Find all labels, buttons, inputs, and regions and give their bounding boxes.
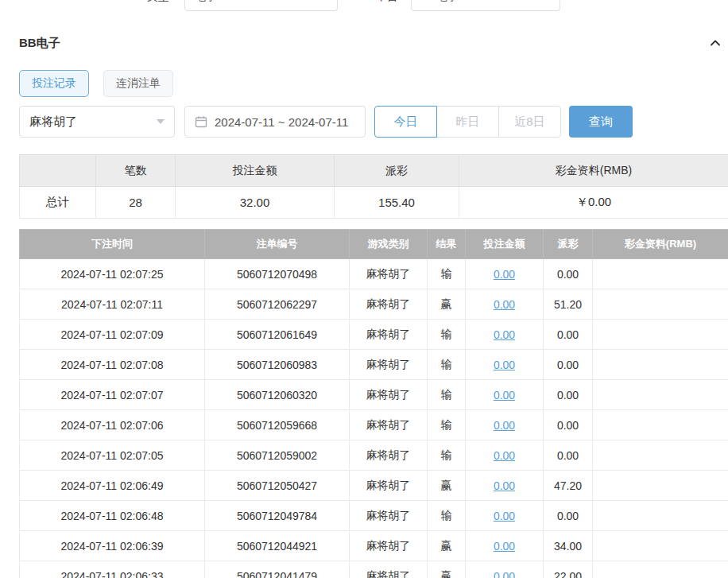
platform-label: 平台 <box>376 0 398 4</box>
cell-result: 输 <box>428 259 466 289</box>
record-tabs: 投注记录 连消注单 <box>19 70 728 97</box>
header-order-id: 注单编号 <box>205 230 350 259</box>
summary-header-payout: 派彩 <box>335 155 459 187</box>
cell-bonus <box>593 350 728 380</box>
bet-amount-link[interactable]: 0.00 <box>494 268 515 281</box>
cell-bonus <box>593 259 728 289</box>
quick-last8days-button[interactable]: 近8日 <box>498 106 561 138</box>
cell-bet-time: 2024-07-11 02:06:33 <box>20 561 205 578</box>
cell-bonus <box>593 410 728 440</box>
cell-order-id: 5060712050427 <box>205 471 350 501</box>
records-tbody: 2024-07-11 02:07:255060712070498麻将胡了输0.0… <box>20 259 728 578</box>
cell-bet-amount: 0.00 <box>466 259 544 289</box>
header-game-type: 游戏类别 <box>350 230 428 259</box>
cell-game-type: 麻将胡了 <box>350 350 428 380</box>
table-row: 2024-07-11 02:07:095060712061649麻将胡了输0.0… <box>20 320 728 350</box>
bet-amount-link[interactable]: 0.00 <box>494 359 515 371</box>
bet-amount-link[interactable]: 0.00 <box>494 419 515 432</box>
cell-game-type: 麻将胡了 <box>350 380 428 410</box>
type-select-value: 电子 <box>195 0 217 4</box>
cell-bet-time: 2024-07-11 02:06:39 <box>20 531 205 561</box>
game-select-value: 麻将胡了 <box>29 114 77 130</box>
summary-header-bonus: 彩金资料(RMB) <box>459 155 728 187</box>
table-row: 2024-07-11 02:06:495060712050427麻将胡了赢0.0… <box>20 471 728 501</box>
game-select[interactable]: 麻将胡了 <box>19 106 175 138</box>
cell-bet-amount: 0.00 <box>466 289 544 320</box>
cell-bet-time: 2024-07-11 02:07:09 <box>20 320 205 350</box>
platform-select[interactable]: BB电子 <box>411 0 560 11</box>
table-row: 2024-07-11 02:07:065060712059668麻将胡了输0.0… <box>20 410 728 440</box>
summary-total-label: 总计 <box>20 187 96 219</box>
cell-payout: 0.00 <box>544 380 593 410</box>
cell-payout: 0.00 <box>544 259 593 289</box>
cell-payout: 0.00 <box>544 440 593 471</box>
type-select[interactable]: 电子 <box>184 0 338 11</box>
collapse-chevron-up-icon[interactable] <box>709 37 722 49</box>
cell-result: 输 <box>428 320 466 350</box>
cell-order-id: 5060712044921 <box>205 531 350 561</box>
quick-today-button[interactable]: 今日 <box>374 106 437 138</box>
bet-amount-link[interactable]: 0.00 <box>494 540 515 553</box>
cell-bet-amount: 0.00 <box>466 531 544 561</box>
bet-amount-link[interactable]: 0.00 <box>494 298 515 311</box>
tab-cancelled-orders[interactable]: 连消注单 <box>103 70 173 97</box>
cell-bonus <box>593 440 728 471</box>
cell-game-type: 麻将胡了 <box>350 320 428 350</box>
platform-select-value: BB电子 <box>421 0 459 4</box>
quick-yesterday-button[interactable]: 昨日 <box>436 106 499 138</box>
cell-order-id: 5060712059668 <box>205 410 350 440</box>
cell-bet-amount: 0.00 <box>466 350 544 380</box>
cell-bet-amount: 0.00 <box>466 440 544 471</box>
date-range-picker[interactable]: 2024-07-11 ~ 2024-07-11 <box>184 106 366 138</box>
summary-total-count: 28 <box>96 187 176 219</box>
cell-payout: 0.00 <box>544 410 593 440</box>
cell-bonus <box>593 289 728 320</box>
bet-amount-link[interactable]: 0.00 <box>494 389 515 401</box>
summary-header-row: 笔数 投注金额 派彩 彩金资料(RMB) <box>20 155 728 187</box>
cell-bonus <box>593 531 728 561</box>
bet-amount-link[interactable]: 0.00 <box>494 570 515 578</box>
summary-header-count: 笔数 <box>96 155 176 187</box>
bet-amount-link[interactable]: 0.00 <box>494 328 515 341</box>
header-bet-amount: 投注金额 <box>466 230 544 259</box>
cell-bet-amount: 0.00 <box>466 471 544 501</box>
cell-game-type: 麻将胡了 <box>350 531 428 561</box>
cell-order-id: 5060712059002 <box>205 440 350 471</box>
header-bet-time: 下注时间 <box>20 230 205 259</box>
cell-result: 赢 <box>428 531 466 561</box>
bet-amount-link[interactable]: 0.00 <box>494 479 515 492</box>
type-label: 类型 <box>147 0 169 4</box>
table-row: 2024-07-11 02:06:395060712044921麻将胡了赢0.0… <box>20 531 728 561</box>
cell-bet-time: 2024-07-11 02:07:25 <box>20 259 205 289</box>
tab-bet-records[interactable]: 投注记录 <box>19 70 89 97</box>
summary-total-payout: 155.40 <box>335 187 459 219</box>
cell-bet-time: 2024-07-11 02:07:07 <box>20 380 205 410</box>
cell-bet-time: 2024-07-11 02:07:06 <box>20 410 205 440</box>
cell-bet-amount: 0.00 <box>466 410 544 440</box>
summary-header-blank <box>20 155 96 187</box>
search-button[interactable]: 查询 <box>569 106 633 138</box>
cell-bonus <box>593 320 728 350</box>
page: 类型 电子 平台 BB电子 BB电子 投注记录 连消注单 麻将胡了 <box>0 0 728 578</box>
summary-total-row: 总计 28 32.00 155.40 ￥0.00 <box>20 187 728 219</box>
section-header: BB电子 <box>19 35 728 51</box>
cell-payout: 47.20 <box>544 471 593 501</box>
cell-bet-time: 2024-07-11 02:06:48 <box>20 501 205 531</box>
cell-result: 输 <box>428 350 466 380</box>
cell-bet-time: 2024-07-11 02:07:05 <box>20 440 205 471</box>
cell-bonus <box>593 561 728 578</box>
cell-game-type: 麻将胡了 <box>350 561 428 578</box>
cell-bonus <box>593 471 728 501</box>
filter-row: 麻将胡了 2024-07-11 ~ 2024-07-11 今日 昨日 近8日 查… <box>19 106 728 138</box>
cell-game-type: 麻将胡了 <box>350 410 428 440</box>
bet-amount-link[interactable]: 0.00 <box>494 510 515 522</box>
cell-order-id: 5060712061649 <box>205 320 350 350</box>
calendar-icon <box>195 115 207 128</box>
cell-payout: 0.00 <box>544 501 593 531</box>
summary-total-bet-amount: 32.00 <box>176 187 335 219</box>
table-row: 2024-07-11 02:06:335060712041479麻将胡了赢0.0… <box>20 561 728 578</box>
cell-result: 赢 <box>428 561 466 578</box>
cell-result: 输 <box>428 440 466 471</box>
bet-amount-link[interactable]: 0.00 <box>494 449 515 462</box>
table-row: 2024-07-11 02:07:085060712060983麻将胡了输0.0… <box>20 350 728 380</box>
